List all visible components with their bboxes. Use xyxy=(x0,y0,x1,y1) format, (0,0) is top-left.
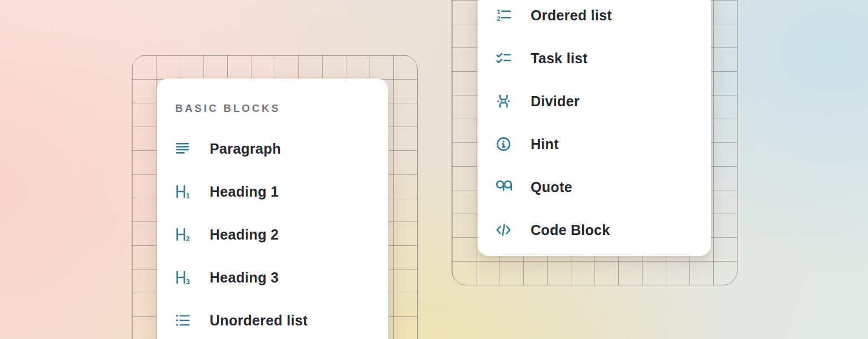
heading-1-icon: 1 xyxy=(174,183,191,200)
menu-item-heading-2[interactable]: 2 Heading 2 xyxy=(157,213,388,256)
menu-item-label: Paragraph xyxy=(210,140,281,157)
menu-item-ordered-list[interactable]: 1 2 Ordered list xyxy=(478,0,711,37)
menu-item-label: Unordered list xyxy=(210,312,308,329)
more-blocks-items: 1 2 Ordered list Task list Divider Hint … xyxy=(478,0,711,251)
menu-item-divider[interactable]: Divider xyxy=(478,80,711,123)
menu-item-label: Quote xyxy=(531,179,572,195)
menu-item-task-list[interactable]: Task list xyxy=(478,37,711,80)
hero-illustration: BASIC BLOCKS Paragraph 1 Heading 1 2 Hea… xyxy=(0,0,868,339)
menu-item-heading-3[interactable]: 3 Heading 3 xyxy=(157,256,388,299)
menu-item-unordered-list[interactable]: Unordered list xyxy=(157,299,388,339)
svg-text:1: 1 xyxy=(497,8,500,15)
divider-icon xyxy=(495,93,512,110)
menu-item-label: Ordered list xyxy=(531,7,612,24)
svg-text:2: 2 xyxy=(497,15,500,22)
menu-item-label: Heading 1 xyxy=(210,183,279,200)
hint-icon xyxy=(495,136,512,153)
menu-item-label: Code Block xyxy=(531,221,610,238)
basic-blocks-items: Paragraph 1 Heading 1 2 Heading 2 3 Head… xyxy=(157,127,388,339)
section-label-basic-blocks: BASIC BLOCKS xyxy=(175,101,388,116)
quote-icon xyxy=(495,179,512,195)
menu-item-hint[interactable]: Hint xyxy=(478,123,711,166)
unordered-list-icon xyxy=(174,312,191,329)
menu-item-heading-1[interactable]: 1 Heading 1 xyxy=(157,170,388,213)
code-block-icon xyxy=(495,221,512,238)
paragraph-icon xyxy=(174,140,191,157)
svg-text:2: 2 xyxy=(186,234,190,243)
menu-item-paragraph[interactable]: Paragraph xyxy=(157,127,388,170)
menu-item-label: Heading 2 xyxy=(210,226,279,243)
menu-item-label: Divider xyxy=(531,93,580,110)
heading-2-icon: 2 xyxy=(174,226,191,243)
ordered-list-icon: 1 2 xyxy=(495,7,512,24)
basic-blocks-menu: BASIC BLOCKS Paragraph 1 Heading 1 2 Hea… xyxy=(157,79,388,339)
menu-item-label: Task list xyxy=(531,50,588,67)
menu-item-label: Heading 3 xyxy=(210,269,279,286)
menu-item-quote[interactable]: Quote xyxy=(478,166,711,208)
task-list-icon xyxy=(495,50,512,67)
heading-3-icon: 3 xyxy=(174,269,191,286)
svg-text:3: 3 xyxy=(186,277,190,286)
menu-item-code-block[interactable]: Code Block xyxy=(478,208,711,251)
svg-text:1: 1 xyxy=(186,192,190,200)
menu-item-label: Hint xyxy=(531,136,559,153)
insert-menu-continued: 1 2 Ordered list Task list Divider Hint … xyxy=(478,0,711,256)
